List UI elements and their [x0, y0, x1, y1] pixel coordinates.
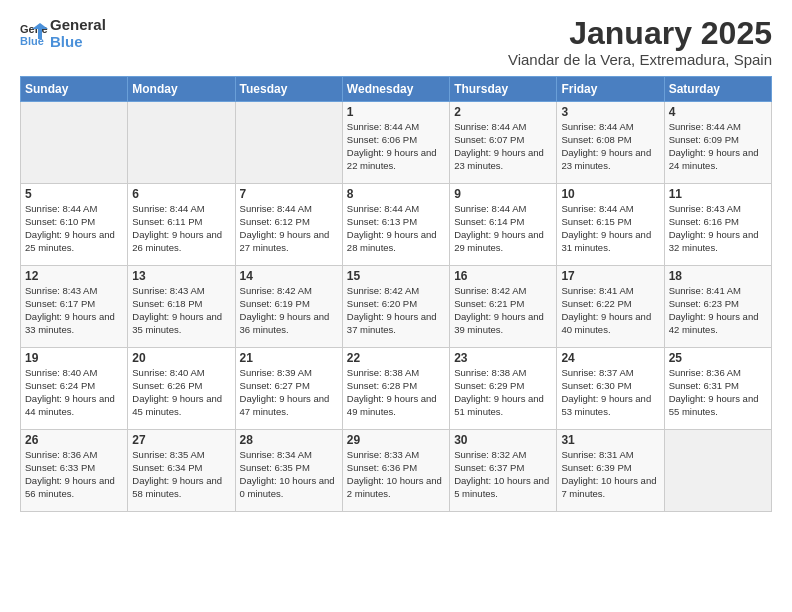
day-number: 1	[347, 105, 445, 119]
day-number: 29	[347, 433, 445, 447]
day-number: 31	[561, 433, 659, 447]
col-header-friday: Friday	[557, 77, 664, 102]
day-info: Sunrise: 8:41 AM Sunset: 6:22 PM Dayligh…	[561, 285, 659, 336]
day-cell: 5Sunrise: 8:44 AM Sunset: 6:10 PM Daylig…	[21, 184, 128, 266]
day-number: 7	[240, 187, 338, 201]
day-cell: 22Sunrise: 8:38 AM Sunset: 6:28 PM Dayli…	[342, 348, 449, 430]
day-info: Sunrise: 8:32 AM Sunset: 6:37 PM Dayligh…	[454, 449, 552, 500]
day-info: Sunrise: 8:33 AM Sunset: 6:36 PM Dayligh…	[347, 449, 445, 500]
day-number: 16	[454, 269, 552, 283]
day-cell: 23Sunrise: 8:38 AM Sunset: 6:29 PM Dayli…	[450, 348, 557, 430]
logo: General Blue General Blue	[20, 16, 106, 51]
day-number: 9	[454, 187, 552, 201]
day-number: 17	[561, 269, 659, 283]
day-number: 2	[454, 105, 552, 119]
day-cell: 7Sunrise: 8:44 AM Sunset: 6:12 PM Daylig…	[235, 184, 342, 266]
day-info: Sunrise: 8:31 AM Sunset: 6:39 PM Dayligh…	[561, 449, 659, 500]
day-number: 25	[669, 351, 767, 365]
logo-icon: General Blue	[20, 19, 48, 47]
col-header-sunday: Sunday	[21, 77, 128, 102]
header: General Blue General Blue January 2025 V…	[20, 16, 772, 68]
day-info: Sunrise: 8:36 AM Sunset: 6:31 PM Dayligh…	[669, 367, 767, 418]
day-info: Sunrise: 8:43 AM Sunset: 6:18 PM Dayligh…	[132, 285, 230, 336]
day-number: 27	[132, 433, 230, 447]
day-info: Sunrise: 8:38 AM Sunset: 6:29 PM Dayligh…	[454, 367, 552, 418]
day-cell: 2Sunrise: 8:44 AM Sunset: 6:07 PM Daylig…	[450, 102, 557, 184]
day-info: Sunrise: 8:36 AM Sunset: 6:33 PM Dayligh…	[25, 449, 123, 500]
day-cell: 30Sunrise: 8:32 AM Sunset: 6:37 PM Dayli…	[450, 430, 557, 512]
day-info: Sunrise: 8:40 AM Sunset: 6:24 PM Dayligh…	[25, 367, 123, 418]
day-number: 22	[347, 351, 445, 365]
day-number: 3	[561, 105, 659, 119]
day-cell: 9Sunrise: 8:44 AM Sunset: 6:14 PM Daylig…	[450, 184, 557, 266]
calendar-table: SundayMondayTuesdayWednesdayThursdayFrid…	[20, 76, 772, 512]
day-number: 13	[132, 269, 230, 283]
day-cell: 21Sunrise: 8:39 AM Sunset: 6:27 PM Dayli…	[235, 348, 342, 430]
week-row-3: 12Sunrise: 8:43 AM Sunset: 6:17 PM Dayli…	[21, 266, 772, 348]
day-number: 23	[454, 351, 552, 365]
day-number: 26	[25, 433, 123, 447]
day-cell: 29Sunrise: 8:33 AM Sunset: 6:36 PM Dayli…	[342, 430, 449, 512]
day-info: Sunrise: 8:42 AM Sunset: 6:20 PM Dayligh…	[347, 285, 445, 336]
day-number: 8	[347, 187, 445, 201]
day-number: 18	[669, 269, 767, 283]
day-number: 30	[454, 433, 552, 447]
day-info: Sunrise: 8:42 AM Sunset: 6:19 PM Dayligh…	[240, 285, 338, 336]
day-cell	[128, 102, 235, 184]
day-cell: 8Sunrise: 8:44 AM Sunset: 6:13 PM Daylig…	[342, 184, 449, 266]
col-header-saturday: Saturday	[664, 77, 771, 102]
calendar-subtitle: Viandar de la Vera, Extremadura, Spain	[508, 51, 772, 68]
day-info: Sunrise: 8:34 AM Sunset: 6:35 PM Dayligh…	[240, 449, 338, 500]
day-cell	[235, 102, 342, 184]
day-info: Sunrise: 8:44 AM Sunset: 6:12 PM Dayligh…	[240, 203, 338, 254]
day-cell: 20Sunrise: 8:40 AM Sunset: 6:26 PM Dayli…	[128, 348, 235, 430]
day-cell: 10Sunrise: 8:44 AM Sunset: 6:15 PM Dayli…	[557, 184, 664, 266]
day-number: 12	[25, 269, 123, 283]
day-number: 28	[240, 433, 338, 447]
day-number: 19	[25, 351, 123, 365]
day-cell: 12Sunrise: 8:43 AM Sunset: 6:17 PM Dayli…	[21, 266, 128, 348]
calendar-page: General Blue General Blue January 2025 V…	[0, 0, 792, 612]
day-info: Sunrise: 8:42 AM Sunset: 6:21 PM Dayligh…	[454, 285, 552, 336]
day-number: 20	[132, 351, 230, 365]
col-header-thursday: Thursday	[450, 77, 557, 102]
day-info: Sunrise: 8:44 AM Sunset: 6:14 PM Dayligh…	[454, 203, 552, 254]
day-cell: 11Sunrise: 8:43 AM Sunset: 6:16 PM Dayli…	[664, 184, 771, 266]
day-cell	[664, 430, 771, 512]
day-cell: 18Sunrise: 8:41 AM Sunset: 6:23 PM Dayli…	[664, 266, 771, 348]
day-info: Sunrise: 8:44 AM Sunset: 6:09 PM Dayligh…	[669, 121, 767, 172]
day-cell: 19Sunrise: 8:40 AM Sunset: 6:24 PM Dayli…	[21, 348, 128, 430]
day-number: 4	[669, 105, 767, 119]
day-cell: 14Sunrise: 8:42 AM Sunset: 6:19 PM Dayli…	[235, 266, 342, 348]
week-row-4: 19Sunrise: 8:40 AM Sunset: 6:24 PM Dayli…	[21, 348, 772, 430]
day-cell	[21, 102, 128, 184]
day-info: Sunrise: 8:37 AM Sunset: 6:30 PM Dayligh…	[561, 367, 659, 418]
logo-general: General	[50, 16, 106, 33]
day-info: Sunrise: 8:44 AM Sunset: 6:13 PM Dayligh…	[347, 203, 445, 254]
day-cell: 15Sunrise: 8:42 AM Sunset: 6:20 PM Dayli…	[342, 266, 449, 348]
day-cell: 31Sunrise: 8:31 AM Sunset: 6:39 PM Dayli…	[557, 430, 664, 512]
day-number: 10	[561, 187, 659, 201]
day-cell: 28Sunrise: 8:34 AM Sunset: 6:35 PM Dayli…	[235, 430, 342, 512]
day-cell: 26Sunrise: 8:36 AM Sunset: 6:33 PM Dayli…	[21, 430, 128, 512]
logo-blue: Blue	[50, 33, 106, 50]
day-cell: 27Sunrise: 8:35 AM Sunset: 6:34 PM Dayli…	[128, 430, 235, 512]
day-info: Sunrise: 8:44 AM Sunset: 6:15 PM Dayligh…	[561, 203, 659, 254]
header-row: SundayMondayTuesdayWednesdayThursdayFrid…	[21, 77, 772, 102]
day-cell: 6Sunrise: 8:44 AM Sunset: 6:11 PM Daylig…	[128, 184, 235, 266]
day-info: Sunrise: 8:44 AM Sunset: 6:10 PM Dayligh…	[25, 203, 123, 254]
day-cell: 17Sunrise: 8:41 AM Sunset: 6:22 PM Dayli…	[557, 266, 664, 348]
col-header-tuesday: Tuesday	[235, 77, 342, 102]
day-info: Sunrise: 8:40 AM Sunset: 6:26 PM Dayligh…	[132, 367, 230, 418]
week-row-2: 5Sunrise: 8:44 AM Sunset: 6:10 PM Daylig…	[21, 184, 772, 266]
week-row-1: 1Sunrise: 8:44 AM Sunset: 6:06 PM Daylig…	[21, 102, 772, 184]
day-cell: 24Sunrise: 8:37 AM Sunset: 6:30 PM Dayli…	[557, 348, 664, 430]
day-cell: 3Sunrise: 8:44 AM Sunset: 6:08 PM Daylig…	[557, 102, 664, 184]
col-header-monday: Monday	[128, 77, 235, 102]
day-info: Sunrise: 8:39 AM Sunset: 6:27 PM Dayligh…	[240, 367, 338, 418]
day-number: 6	[132, 187, 230, 201]
title-block: January 2025 Viandar de la Vera, Extrema…	[508, 16, 772, 68]
day-cell: 13Sunrise: 8:43 AM Sunset: 6:18 PM Dayli…	[128, 266, 235, 348]
day-cell: 1Sunrise: 8:44 AM Sunset: 6:06 PM Daylig…	[342, 102, 449, 184]
day-info: Sunrise: 8:44 AM Sunset: 6:08 PM Dayligh…	[561, 121, 659, 172]
